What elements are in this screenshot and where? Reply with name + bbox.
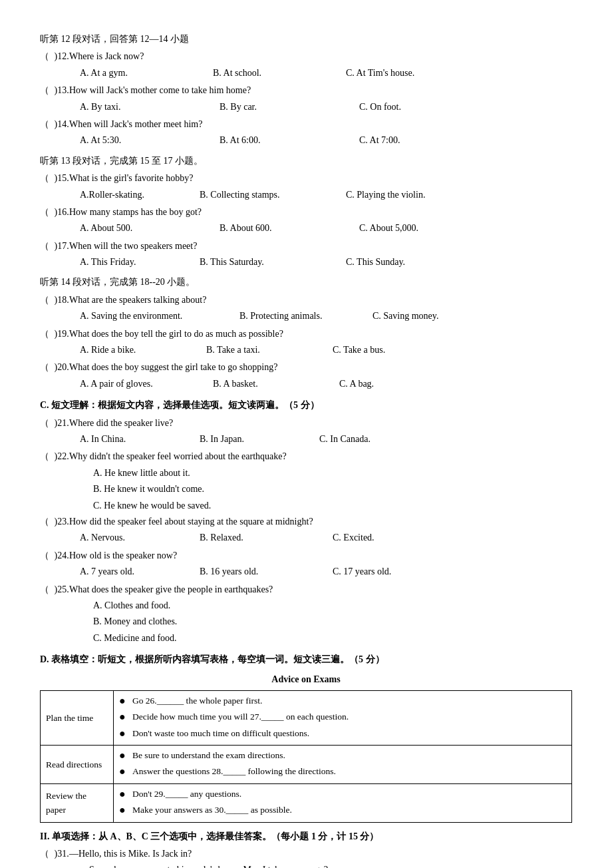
- question-19: （ )19. What does the boy tell the girl t…: [40, 327, 572, 358]
- question-22: （ )22. Why didn't the speaker feel worri…: [40, 449, 572, 513]
- qtext-31b: —Sorry, he to his uncle's home. May I ta…: [40, 863, 572, 868]
- option-18c: C. Saving money.: [373, 309, 486, 324]
- option-14c: C. At 7:00.: [359, 133, 472, 148]
- option-19a: A. Ride a bike.: [80, 343, 180, 357]
- option-16c: C. About 5,000.: [359, 221, 472, 236]
- option-19c: C. Take a bus.: [333, 343, 446, 357]
- qtext-24: How old is the speaker now?: [69, 548, 177, 563]
- question-15: （ )15. What is the girl's favorite hobby…: [40, 171, 572, 202]
- bullet-plan-1: ● Go 26.______ the whole paper first.: [119, 694, 566, 708]
- option-25b: B. Money and clothes.: [40, 614, 572, 629]
- section-dialog12: 听第 12 段对话，回答第 12—14 小题 （ )12. Where is J…: [40, 32, 572, 148]
- question-21: （ )21. Where did the speaker live? A. In…: [40, 416, 572, 447]
- option-12c: C. At Tim's house.: [346, 66, 452, 81]
- bullets-read: ● Be sure to understand the exam directi…: [114, 746, 572, 784]
- option-15b: B. Collecting stamps.: [200, 188, 319, 202]
- bullet-plan-2: ● Decide how much time you will 27._____…: [119, 710, 566, 724]
- question-20: （ )20. What does the boy suggest the gir…: [40, 360, 572, 391]
- question-25: （ )25. What does the speaker give the pe…: [40, 582, 572, 646]
- option-17a: A. This Friday.: [80, 255, 173, 270]
- bullet-plan-3: ● Don't waste too much time on difficult…: [119, 726, 566, 741]
- category-review: Review the paper: [41, 783, 114, 822]
- option-24a: A. 7 years old.: [80, 564, 173, 579]
- dialog12-header: 听第 12 段对话，回答第 12—14 小题: [40, 32, 572, 47]
- option-16b: B. About 600.: [220, 221, 333, 236]
- option-24c: C. 17 years old.: [333, 564, 446, 579]
- section-c: C. 短文理解：根据短文内容，选择最佳选项。短文读两遍。（5 分） （ )21.…: [40, 398, 572, 646]
- option-19b: B. Take a taxi.: [206, 343, 306, 357]
- bullets-plan: ● Go 26.______ the whole paper first. ● …: [114, 690, 572, 745]
- qtext-22: Why didn't the speaker feel worried abou…: [69, 449, 287, 464]
- category-plan: Plan the time: [41, 690, 114, 745]
- option-23b: B. Relaxed.: [200, 531, 306, 545]
- bullet-read-2: ● Answer the questions 28._____ followin…: [119, 764, 566, 779]
- option-20c: C. A bag.: [339, 377, 452, 391]
- option-17b: B. This Saturday.: [200, 255, 319, 270]
- sectiond-header: D. 表格填空：听短文，根据所听内容填写表格，每空填一词。短文读三遍。（5 分）: [40, 652, 572, 667]
- qtext-15: What is the girl's favorite hobby?: [69, 171, 193, 186]
- table-title: Advice on Exams: [40, 672, 572, 687]
- bullet-read-1: ● Be sure to understand the exam directi…: [119, 748, 566, 763]
- bullets-review: ● Don't 29._____ any questions. ● Make y…: [114, 783, 572, 822]
- qtext-16: How many stamps has the boy got?: [69, 205, 202, 220]
- option-20a: A. A pair of gloves.: [80, 377, 186, 391]
- question-12: （ )12. Where is Jack now? A. At a gym. B…: [40, 49, 572, 81]
- section-ii: II. 单项选择：从 A、B、C 三个选项中，选择最佳答案。（每小题 1 分，计…: [40, 829, 572, 868]
- question-13: （ )13. How will Jack's mother come to ta…: [40, 83, 572, 114]
- qtext-23: How did the speaker feel about staying a…: [69, 515, 313, 529]
- qtext-20: What does the boy suggest the girl take …: [69, 360, 277, 375]
- option-21c: C. In Canada.: [319, 432, 432, 447]
- option-13c: C. On foot.: [359, 100, 472, 114]
- qtext-31a: —Hello, this is Mike. Is Jack in?: [69, 847, 192, 861]
- option-14a: A. At 5:30.: [80, 133, 193, 148]
- section-dialog13: 听第 13 段对话，完成第 15 至 17 小题。 （ )15. What is…: [40, 154, 572, 270]
- question-23: （ )23. How did the speaker feel about st…: [40, 515, 572, 546]
- option-18a: A. Saving the environment.: [80, 309, 213, 324]
- qtext-25: What does the speaker give the people in…: [69, 582, 273, 597]
- qtext-17: When will the two speakers meet?: [69, 239, 197, 254]
- question-24: （ )24. How old is the speaker now? A. 7 …: [40, 548, 572, 580]
- table-row-read: Read directions ● Be sure to understand …: [41, 746, 572, 784]
- question-18: （ )18. What are the speakers talking abo…: [40, 293, 572, 324]
- table-row-plan: Plan the time ● Go 26.______ the whole p…: [41, 690, 572, 745]
- option-21b: B. In Japan.: [200, 432, 293, 447]
- option-12a: A. At a gym.: [80, 66, 186, 81]
- option-20b: B. A basket.: [213, 377, 313, 391]
- question-31: （ )31. —Hello, this is Mike. Is Jack in?…: [40, 847, 572, 868]
- qtext-13: How will Jack's mother come to take him …: [69, 83, 251, 98]
- dialog13-header: 听第 13 段对话，完成第 15 至 17 小题。: [40, 154, 572, 168]
- qtext-21: Where did the speaker live?: [69, 416, 173, 431]
- option-23a: A. Nervous.: [80, 531, 173, 545]
- option-17c: C. This Sunday.: [346, 255, 459, 270]
- qnum-12: )12.: [52, 49, 69, 64]
- sectionc-header: C. 短文理解：根据短文内容，选择最佳选项。短文读两遍。（5 分）: [40, 398, 572, 413]
- qtext-19: What does the boy tell the girl to do as…: [69, 327, 283, 341]
- option-25a: A. Clothes and food.: [40, 598, 572, 613]
- option-22a: A. He knew little about it.: [40, 466, 572, 481]
- question-16: （ )16. How many stamps has the boy got? …: [40, 205, 572, 236]
- option-14b: B. At 6:00.: [220, 133, 333, 148]
- qtext-14: When will Jack's mother meet him?: [69, 117, 202, 132]
- section-dialog14: 听第 14 段对话，完成第 18--20 小题。 （ )18. What are…: [40, 275, 572, 391]
- option-21a: A. In China.: [80, 432, 173, 447]
- option-24b: B. 16 years old.: [200, 564, 306, 579]
- bullet-review-1: ● Don't 29._____ any questions.: [119, 787, 566, 801]
- option-22c: C. He knew he would be saved.: [40, 499, 572, 513]
- section-d: D. 表格填空：听短文，根据所听内容填写表格，每空填一词。短文读三遍。（5 分）…: [40, 652, 572, 823]
- question-14: （ )14. When will Jack's mother meet him?…: [40, 117, 572, 148]
- qtext-12: Where is Jack now?: [69, 49, 144, 64]
- option-12b: B. At school.: [213, 66, 319, 81]
- option-25c: C. Medicine and food.: [40, 631, 572, 646]
- category-read: Read directions: [41, 746, 114, 784]
- question-17: （ )17. When will the two speakers meet? …: [40, 239, 572, 270]
- bullet-review-2: ● Make your answers as 30._____ as possi…: [119, 803, 566, 817]
- dialog14-header: 听第 14 段对话，完成第 18--20 小题。: [40, 275, 572, 290]
- option-18b: B. Protecting animals.: [239, 309, 346, 324]
- option-22b: B. He knew it wouldn't come.: [40, 482, 572, 497]
- option-13a: A. By taxi.: [80, 100, 193, 114]
- option-23c: C. Excited.: [333, 531, 446, 545]
- table-row-review: Review the paper ● Don't 29._____ any qu…: [41, 783, 572, 822]
- advice-table: Plan the time ● Go 26.______ the whole p…: [40, 690, 572, 823]
- qtext-18: What are the speakers talking about?: [69, 293, 206, 308]
- paren-12: （: [40, 49, 52, 64]
